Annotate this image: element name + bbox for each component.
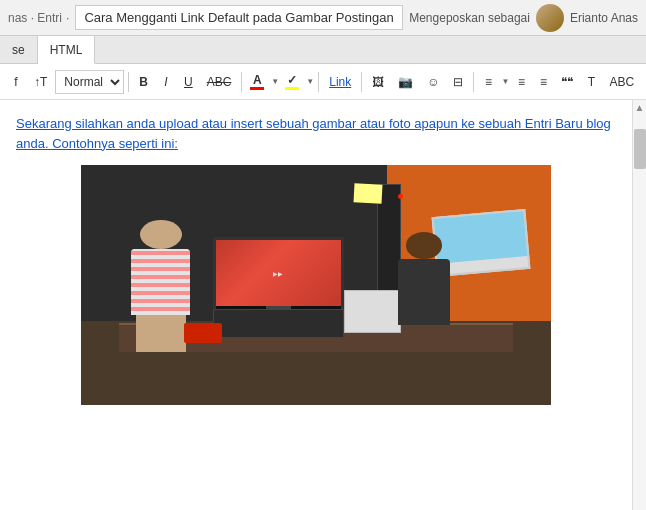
sep1 xyxy=(128,72,129,92)
font-color-button[interactable]: A xyxy=(246,72,268,92)
italic-button[interactable]: I xyxy=(156,70,176,94)
bold-button[interactable]: B xyxy=(133,70,154,94)
underline-button[interactable]: U xyxy=(178,70,199,94)
editor-intro-text: Sekarang silahkan anda upload atau inser… xyxy=(16,114,616,153)
highlight-button[interactable]: ✓ xyxy=(281,72,303,92)
editor-content[interactable]: Sekarang silahkan anda upload atau inser… xyxy=(0,100,632,510)
top-bar: nas · Entri · Mengeposkan sebagai Eriant… xyxy=(0,0,646,36)
printer xyxy=(213,309,345,338)
person-back xyxy=(391,232,457,352)
sep3 xyxy=(318,72,319,92)
author-name: Erianto Anas xyxy=(570,11,638,25)
ordered-list-button[interactable]: ≡ xyxy=(511,70,531,94)
align-button[interactable]: ≡ xyxy=(478,70,498,94)
tab-compose[interactable]: se xyxy=(0,36,38,63)
highlight-dropdown-arrow[interactable]: ▼ xyxy=(306,77,314,86)
toy-truck xyxy=(184,323,222,342)
font-size-button[interactable]: ↑T xyxy=(28,70,53,94)
sticky-note xyxy=(353,183,382,204)
scrollbar-track[interactable]: ▲ xyxy=(632,100,646,510)
spellcheck-button[interactable]: ABC xyxy=(603,70,640,94)
child-body xyxy=(131,249,190,315)
photo-image[interactable]: ▶▶ xyxy=(81,165,551,405)
site-label: nas · Entri xyxy=(8,11,62,25)
insert-special-button[interactable]: ⊟ xyxy=(447,70,469,94)
link-button[interactable]: Link xyxy=(323,70,357,94)
sep4 xyxy=(361,72,362,92)
photo-scene: ▶▶ xyxy=(81,165,551,405)
monitor-screen: ▶▶ xyxy=(216,240,342,306)
font-color-bar xyxy=(250,87,264,90)
posting-as-label: Mengeposkan sebagai xyxy=(409,11,530,25)
blockquote-button[interactable]: ❝❝ xyxy=(555,70,579,94)
insert-image-button[interactable]: 🖼 xyxy=(366,70,390,94)
child-legs xyxy=(136,315,187,352)
separator: · xyxy=(66,11,69,25)
led-red xyxy=(398,194,403,199)
person-head xyxy=(406,232,442,258)
unordered-list-button[interactable]: ≡ xyxy=(533,70,553,94)
toolbar: f ↑T Normal B I U ABC A ▼ ✓ ▼ Link 🖼 📷 ☺ xyxy=(0,64,646,100)
align-dropdown-arrow[interactable]: ▼ xyxy=(501,77,509,86)
sep5 xyxy=(473,72,474,92)
insert-emoji-button[interactable]: ☺ xyxy=(421,70,445,94)
person-body xyxy=(398,259,451,325)
author-info: Mengeposkan sebagai Erianto Anas xyxy=(409,4,638,32)
font-family-button[interactable]: f xyxy=(6,70,26,94)
post-title-input[interactable] xyxy=(75,5,403,30)
tab-html-label: HTML xyxy=(50,43,83,57)
child-head xyxy=(140,220,182,249)
font-color-dropdown-arrow[interactable]: ▼ xyxy=(271,77,279,86)
insert-photo-button[interactable]: 📷 xyxy=(392,70,419,94)
tab-compose-label: se xyxy=(12,43,25,57)
child-body-stripes xyxy=(131,249,190,315)
sep2 xyxy=(241,72,242,92)
strikethrough-button[interactable]: ABC xyxy=(201,70,238,94)
scrollbar-thumb[interactable] xyxy=(634,129,646,169)
format-select[interactable]: Normal xyxy=(55,70,124,94)
editor-container: Sekarang silahkan anda upload atau inser… xyxy=(0,100,646,510)
highlight-bar xyxy=(285,87,299,90)
tabs-row: se HTML xyxy=(0,36,646,64)
tab-html[interactable]: HTML xyxy=(38,36,96,64)
scrollbar-up-arrow[interactable]: ▲ xyxy=(633,100,646,115)
breadcrumb: nas · Entri · xyxy=(8,11,69,25)
avatar xyxy=(536,4,564,32)
strikethrough2-button[interactable]: T xyxy=(581,70,601,94)
